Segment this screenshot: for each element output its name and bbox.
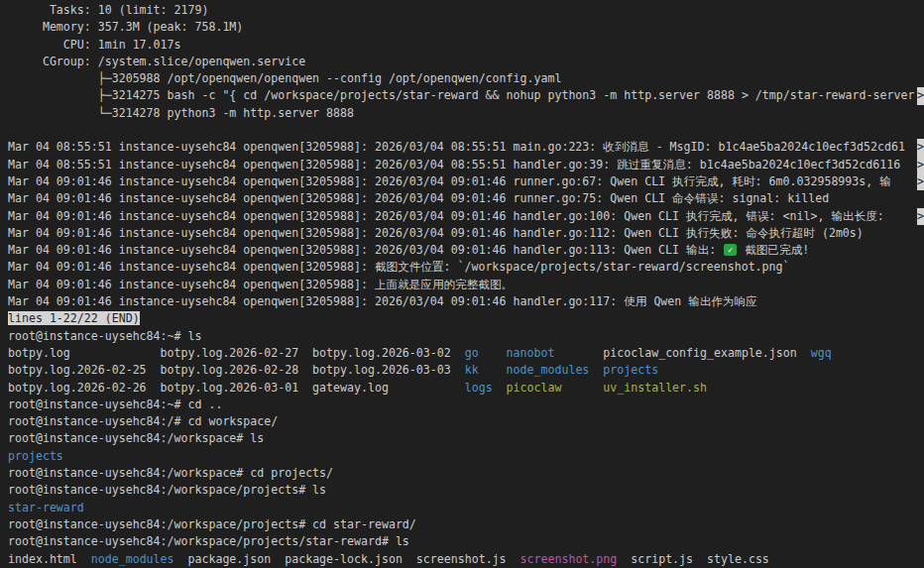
terminal-window[interactable]: Tasks: 10 (limit: 2179) Memory: 357.3M (… <box>0 0 924 568</box>
directory-name: logs <box>465 381 493 395</box>
terminal-text: botpy.log botpy.log.2026-02-27 botpy.log… <box>8 346 465 360</box>
terminal-line: Mar 04 09:01:46 instance-uysehc84 openqw… <box>8 259 924 276</box>
terminal-line: ├─3205988 /opt/openqwen/openqwen --confi… <box>8 70 924 87</box>
terminal-text: root@instance-uysehc84:/workspace/projec… <box>8 534 409 548</box>
terminal-text: Mar 04 09:01:46 instance-uysehc84 openqw… <box>8 294 757 308</box>
terminal-text: root@instance-uysehc84:/workspace/projec… <box>8 483 326 497</box>
terminal-text: Mar 04 08:55:51 instance-uysehc84 openqw… <box>8 140 905 154</box>
terminal-line: botpy.log.2026-02-25 botpy.log.2026-02-2… <box>8 362 924 379</box>
truncation-marker-icon: > <box>917 157 924 173</box>
terminal-text: └─3214278 python3 -m http.server 8888 <box>8 106 354 120</box>
terminal-text: Mar 04 09:01:46 instance-uysehc84 openqw… <box>8 278 513 291</box>
terminal-line: Mar 04 08:55:51 instance-uysehc84 openqw… <box>8 139 924 156</box>
truncation-marker-icon: > <box>917 87 924 104</box>
terminal-text: package.json package-lock.json screensho… <box>174 552 520 566</box>
terminal-text: ├─3205988 /opt/openqwen/openqwen --confi… <box>8 71 561 85</box>
terminal-text: Tasks: 10 (limit: 2179) <box>8 3 208 17</box>
directory-name: projects <box>8 449 63 463</box>
terminal-text: Mar 04 09:01:46 instance-uysehc84 openqw… <box>8 243 723 257</box>
terminal-text <box>493 381 507 395</box>
terminal-line: Mar 04 09:01:46 instance-uysehc84 openqw… <box>8 190 924 207</box>
terminal-line: Mar 04 09:01:46 instance-uysehc84 openqw… <box>8 208 924 225</box>
directory-name: node_modules <box>91 552 174 566</box>
terminal-text: index.html <box>8 552 91 566</box>
directory-name: go <box>465 346 479 360</box>
terminal-text: Mar 04 09:01:46 instance-uysehc84 openqw… <box>8 209 891 223</box>
terminal-text: root@instance-uysehc84:/workspace# ls <box>8 431 264 445</box>
terminal-line: Mar 04 09:01:46 instance-uysehc84 openqw… <box>8 242 924 259</box>
terminal-text <box>479 346 507 360</box>
check-emoji: ✓ <box>724 244 737 256</box>
truncation-marker-icon: > <box>917 139 924 156</box>
terminal-text: picoclaw_config_example.json <box>554 346 810 360</box>
terminal-text: root@instance-uysehc84:/# cd workspace/ <box>8 414 278 428</box>
terminal-line: CGroup: /system.slice/openqwen.service <box>8 54 924 70</box>
terminal-text: CPU: 1min 17.017s <box>8 38 181 52</box>
terminal-text: root@instance-uysehc84:~# cd .. <box>8 398 222 411</box>
terminal-line: root@instance-uysehc84:~# cd .. <box>8 397 924 413</box>
terminal-text: root@instance-uysehc84:/workspace/projec… <box>8 517 416 531</box>
terminal-line: └─3214278 python3 -m http.server 8888 <box>8 105 924 122</box>
terminal-line: Mar 04 08:55:51 instance-uysehc84 openqw… <box>8 157 924 173</box>
terminal-text: Mar 04 09:01:46 instance-uysehc84 openqw… <box>8 191 829 205</box>
terminal-line: CPU: 1min 17.017s <box>8 37 924 54</box>
terminal-text: 截图已完成! <box>738 243 809 257</box>
pager-status: lines 1-22/22 (END) <box>8 311 140 325</box>
terminal-line <box>8 122 924 139</box>
terminal-output: Tasks: 10 (limit: 2179) Memory: 357.3M (… <box>8 2 924 568</box>
executable-name: picoclaw <box>507 381 562 395</box>
terminal-line: botpy.log.2026-02-26 botpy.log.2026-03-0… <box>8 380 924 397</box>
terminal-line: index.html node_modules package.json pac… <box>8 551 924 568</box>
terminal-text: ├─3214275 bash -c "{ cd /workspace/proje… <box>8 88 914 102</box>
terminal-line: ├─3214275 bash -c "{ cd /workspace/proje… <box>8 87 924 104</box>
terminal-line: Mar 04 09:01:46 instance-uysehc84 openqw… <box>8 225 924 242</box>
terminal-text: Memory: 357.3M (peak: 758.1M) <box>8 20 243 34</box>
terminal-text: botpy.log.2026-02-25 botpy.log.2026-02-2… <box>8 363 465 377</box>
terminal-line: root@instance-uysehc84:/workspace# ls <box>8 430 924 447</box>
directory-name: star-reward <box>8 501 84 514</box>
directory-name: nanobot <box>507 346 555 360</box>
terminal-line: root@instance-uysehc84:/workspace/projec… <box>8 533 924 550</box>
terminal-text <box>561 381 603 395</box>
image-file-name: screenshot.png <box>520 552 618 566</box>
terminal-line: lines 1-22/22 (END) <box>8 310 924 327</box>
directory-name: kk <box>465 363 479 377</box>
terminal-line: Mar 04 09:01:46 instance-uysehc84 openqw… <box>8 293 924 310</box>
terminal-line: root@instance-uysehc84:/workspace/projec… <box>8 516 924 533</box>
terminal-text: Mar 04 09:01:46 instance-uysehc84 openqw… <box>8 260 790 274</box>
terminal-text: botpy.log.2026-02-26 botpy.log.2026-03-0… <box>8 381 465 395</box>
terminal-line: root@instance-uysehc84:/workspace/projec… <box>8 482 924 499</box>
directory-name: wgq <box>811 346 832 360</box>
terminal-text: root@instance-uysehc84:/workspace# cd pr… <box>8 466 333 480</box>
directory-name: node_modules <box>507 363 590 377</box>
terminal-line: Memory: 357.3M (peak: 758.1M) <box>8 19 924 36</box>
executable-name: uv_installer.sh <box>603 381 707 395</box>
terminal-line: Mar 04 09:01:46 instance-uysehc84 openqw… <box>8 277 924 293</box>
terminal-text: root@instance-uysehc84:~# ls <box>8 329 201 343</box>
terminal-line: root@instance-uysehc84:/# cd workspace/ <box>8 413 924 430</box>
terminal-line: botpy.log botpy.log.2026-02-27 botpy.log… <box>8 345 924 362</box>
terminal-line: Tasks: 10 (limit: 2179) <box>8 2 924 19</box>
terminal-line: Mar 04 09:01:46 instance-uysehc84 openqw… <box>8 173 924 190</box>
terminal-text <box>589 363 603 377</box>
directory-name: projects <box>603 363 658 377</box>
truncation-marker-icon: > <box>917 208 924 225</box>
terminal-line: projects <box>8 448 924 465</box>
terminal-line: root@instance-uysehc84:~# ls <box>8 328 924 345</box>
terminal-text: Mar 04 09:01:46 instance-uysehc84 openqw… <box>8 174 891 188</box>
terminal-text: CGroup: /system.slice/openqwen.service <box>8 55 305 68</box>
terminal-text <box>479 363 507 377</box>
terminal-text: Mar 04 09:01:46 instance-uysehc84 openqw… <box>8 226 864 240</box>
truncation-marker-icon: > <box>917 173 924 190</box>
terminal-text: Mar 04 08:55:51 instance-uysehc84 openqw… <box>8 158 900 171</box>
terminal-text: script.js style.css <box>617 552 769 566</box>
terminal-line: star-reward <box>8 500 924 516</box>
terminal-line: root@instance-uysehc84:/workspace# cd pr… <box>8 465 924 482</box>
